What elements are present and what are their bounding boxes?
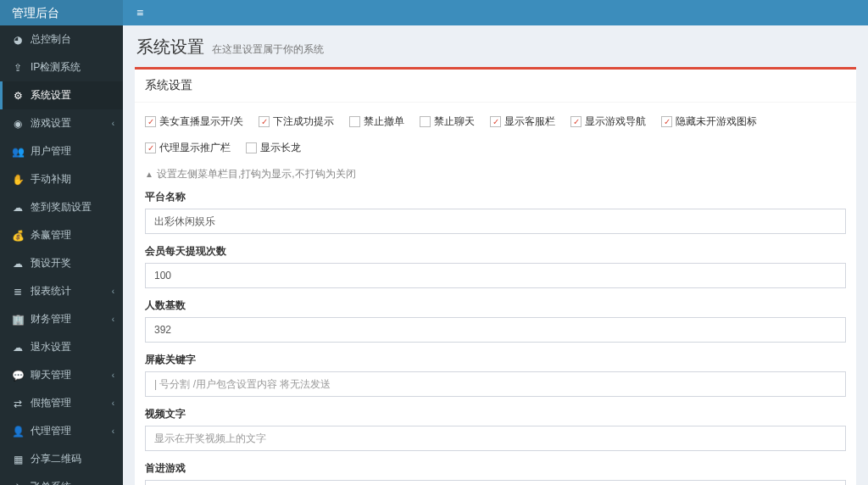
shield-keywords-label: 屏蔽关键字 [145,353,846,367]
page-title: 系统设置 [136,36,204,59]
sidebar-item-13[interactable]: ⇄假拖管理‹ [0,389,123,417]
topbar: 管理后台 ≡ [0,0,868,25]
hint-text: 设置左侧菜单栏目,打钩为显示,不打钩为关闭 [157,167,356,181]
checkbox-box-icon [145,116,156,127]
chevron-left-icon: ‹ [112,287,114,296]
sidebar-item-label: IP检测系统 [31,60,81,75]
checkbox-1[interactable]: 下注成功提示 [259,114,334,129]
sidebar-item-label: 总控制台 [31,32,71,47]
sidebar-item-10[interactable]: 🏢财务管理‹ [0,305,123,333]
withdraw-times-input[interactable] [145,263,846,288]
sidebar-item-label: 游戏设置 [31,116,71,131]
sidebar-item-4[interactable]: 👥用户管理 [0,137,123,165]
shield-keywords-input[interactable] [145,371,846,397]
sidebar: ◕总控制台⇪IP检测系统⚙系统设置◉游戏设置‹👥用户管理✋手动补期☁签到奖励设置… [0,25,123,485]
checkbox-label: 显示客服栏 [504,114,555,129]
sidebar-item-7[interactable]: 💰杀赢管理 [0,221,123,249]
sidebar-item-16[interactable]: ✈飞单系统‹ [0,473,123,485]
sidebar-item-15[interactable]: ▦分享二维码 [0,445,123,473]
checkbox-box-icon [490,116,501,127]
checkbox-label: 禁止撤单 [364,114,404,129]
cloud-down-icon: ☁ [10,202,25,214]
checkbox-0[interactable]: 美女直播显示开/关 [145,114,243,129]
chat-icon: 💬 [10,370,25,382]
sidebar-item-label: 系统设置 [31,88,71,103]
sidebar-item-8[interactable]: ☁预设开奖 [0,249,123,277]
sidebar-item-label: 分享二维码 [31,452,81,466]
sidebar-item-label: 聊天管理 [31,368,71,382]
hint: ▲ 设置左侧菜单栏目,打钩为显示,不打钩为关闭 [145,162,846,190]
sidebar-item-14[interactable]: 👤代理管理‹ [0,417,123,445]
checkbox-6[interactable]: 隐藏未开游戏图标 [661,114,757,129]
sidebar-item-label: 代理管理 [31,424,71,438]
sidebar-item-1[interactable]: ⇪IP检测系统 [0,53,123,81]
checkbox-row: 美女直播显示开/关下注成功提示禁止撤单禁止聊天显示客服栏显示游戏导航隐藏未开游戏… [145,111,846,162]
sidebar-item-label: 退水设置 [31,340,71,354]
ip-icon: ⇪ [10,62,25,74]
checkbox-label: 下注成功提示 [273,114,334,129]
sidebar-item-3[interactable]: ◉游戏设置‹ [0,109,123,137]
panel-title: 系统设置 [135,70,856,103]
sidebar-item-6[interactable]: ☁签到奖励设置 [0,193,123,221]
shuffle-icon: ⇄ [10,398,25,410]
sidebar-item-12[interactable]: 💬聊天管理‹ [0,361,123,389]
page-header: 系统设置 在这里设置属于你的系统 [123,25,868,67]
video-text-label: 视频文字 [145,407,846,421]
checkbox-3[interactable]: 禁止聊天 [420,114,475,129]
checkbox-label: 显示长龙 [260,141,301,155]
sidebar-item-2[interactable]: ⚙系统设置 [0,81,123,109]
base-count-label: 人数基数 [145,298,846,313]
sidebar-item-label: 预设开奖 [31,256,71,270]
dashboard-icon: ◕ [10,34,25,46]
platform-name-input[interactable] [145,209,846,234]
eye-icon: ◉ [10,118,25,130]
hand-icon: ✋ [10,174,25,186]
chevron-left-icon: ‹ [112,371,114,380]
sidebar-item-0[interactable]: ◕总控制台 [0,25,123,53]
chevron-left-icon: ‹ [112,119,114,128]
checkbox-label: 禁止聊天 [434,114,475,129]
checkbox-box-icon [259,116,270,127]
sidebar-item-label: 假拖管理 [31,396,71,410]
checkbox-4[interactable]: 显示客服栏 [490,114,555,129]
qrcode-icon: ▦ [10,454,25,465]
sidebar-item-label: 杀赢管理 [31,228,71,242]
checkbox-label: 显示游戏导航 [585,114,646,129]
sidebar-item-label: 用户管理 [31,144,71,159]
agent-icon: 👤 [10,426,25,438]
main-content: 系统设置 在这里设置属于你的系统 系统设置 美女直播显示开/关下注成功提示禁止撤… [123,25,868,485]
checkbox-8[interactable]: 显示长龙 [246,141,301,155]
chevron-left-icon: ‹ [112,399,114,408]
checkbox-7[interactable]: 代理显示推广栏 [145,141,231,155]
page-subtitle: 在这里设置属于你的系统 [212,43,324,55]
logo: 管理后台 [0,0,123,25]
home-game-label: 首进游戏 [145,461,846,476]
checkbox-2[interactable]: 禁止撤单 [349,114,404,129]
checkbox-5[interactable]: 显示游戏导航 [570,114,646,129]
list-icon: ≣ [10,286,25,298]
platform-name-label: 平台名称 [145,190,846,204]
cogs-icon: ⚙ [10,90,25,102]
checkbox-box-icon [420,116,431,127]
checkbox-label: 美女直播显示开/关 [159,114,243,129]
users-icon: 👥 [10,146,25,158]
cloud-up-icon: ☁ [10,258,25,270]
sidebar-item-11[interactable]: ☁退水设置 [0,333,123,361]
settings-panel: 系统设置 美女直播显示开/关下注成功提示禁止撤单禁止聊天显示客服栏显示游戏导航隐… [135,67,856,485]
sidebar-item-label: 飞单系统 [31,480,71,485]
video-text-input[interactable] [145,426,846,451]
warning-icon: ▲ [145,170,153,179]
menu-toggle-icon[interactable]: ≡ [123,6,157,20]
chevron-left-icon: ‹ [112,426,114,436]
sidebar-item-label: 报表统计 [31,284,71,298]
checkbox-box-icon [661,116,672,127]
checkbox-box-icon [246,142,257,153]
home-game-input[interactable] [145,480,846,485]
sidebar-item-9[interactable]: ≣报表统计‹ [0,277,123,305]
cloud-icon: ☁ [10,342,25,354]
plane-icon: ✈ [10,482,25,486]
sidebar-item-5[interactable]: ✋手动补期 [0,165,123,193]
checkbox-box-icon [349,116,360,127]
base-count-input[interactable] [145,317,846,343]
sidebar-item-label: 签到奖励设置 [31,200,92,215]
